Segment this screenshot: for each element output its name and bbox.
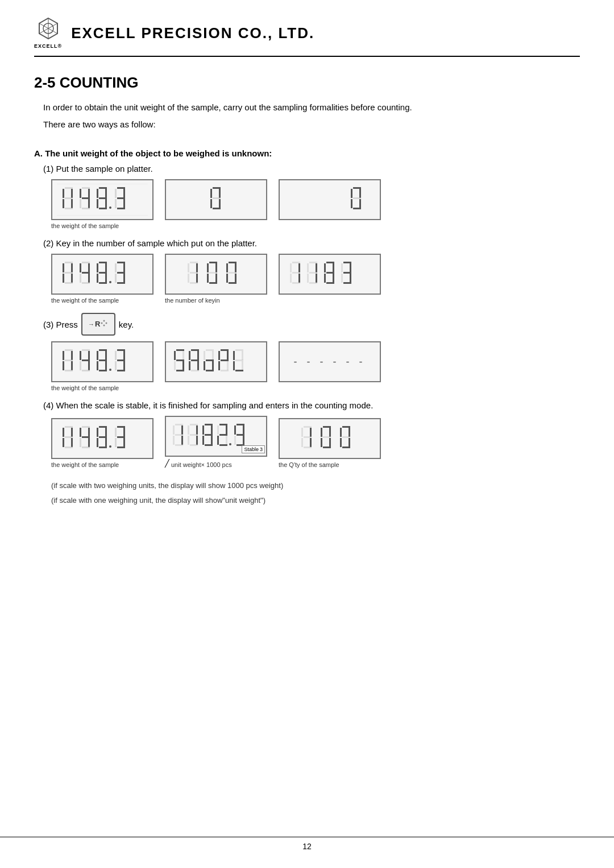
svg-rect-87 bbox=[207, 263, 209, 272]
svg-text:→: → bbox=[88, 321, 94, 328]
svg-rect-207 bbox=[88, 428, 90, 437]
svg-rect-83 bbox=[188, 274, 189, 283]
svg-rect-51 bbox=[63, 263, 64, 272]
svg-rect-232 bbox=[181, 436, 183, 445]
svg-rect-263 bbox=[304, 426, 312, 428]
step2-display2-svg bbox=[171, 258, 262, 290]
svg-rect-30 bbox=[117, 197, 125, 199]
svg-rect-81 bbox=[196, 263, 198, 272]
svg-rect-257 bbox=[234, 425, 236, 435]
step1-displays: the weight of the sample bbox=[51, 179, 580, 229]
svg-rect-117 bbox=[326, 272, 334, 274]
svg-rect-86 bbox=[209, 262, 217, 263]
svg-rect-230 bbox=[175, 434, 183, 436]
svg-rect-225 bbox=[123, 438, 125, 447]
step1-display2-svg bbox=[171, 184, 262, 216]
svg-rect-32 bbox=[123, 199, 125, 208]
svg-rect-82 bbox=[190, 272, 198, 274]
svg-rect-199 bbox=[63, 428, 64, 437]
svg-rect-58 bbox=[80, 263, 81, 272]
svg-rect-121 bbox=[343, 262, 351, 263]
svg-rect-161 bbox=[123, 361, 125, 370]
svg-rect-31 bbox=[115, 199, 117, 208]
step3-display2-svg bbox=[171, 346, 262, 378]
svg-rect-166 bbox=[176, 359, 184, 361]
svg-rect-136 bbox=[71, 351, 73, 360]
svg-rect-84 bbox=[196, 274, 198, 283]
svg-rect-202 bbox=[63, 438, 64, 447]
svg-rect-278 bbox=[340, 428, 342, 437]
svg-rect-140 bbox=[65, 370, 73, 371]
svg-rect-172 bbox=[197, 351, 199, 360]
step3-display1-box bbox=[51, 341, 154, 382]
svg-rect-204 bbox=[65, 447, 73, 448]
svg-rect-244 bbox=[205, 434, 213, 436]
svg-rect-9 bbox=[63, 199, 64, 208]
svg-rect-23 bbox=[97, 199, 98, 208]
svg-rect-186 bbox=[227, 351, 229, 360]
svg-rect-77 bbox=[123, 274, 125, 283]
logo-text: EXCELL® bbox=[34, 43, 62, 49]
svg-rect-13 bbox=[80, 189, 81, 198]
svg-rect-240 bbox=[190, 444, 198, 446]
svg-rect-200 bbox=[71, 428, 73, 437]
svg-rect-219 bbox=[109, 445, 111, 448]
svg-rect-141 bbox=[82, 349, 90, 351]
svg-rect-151 bbox=[99, 359, 107, 361]
svg-rect-258 bbox=[243, 425, 244, 435]
svg-rect-25 bbox=[99, 208, 107, 209]
step2-display3-svg bbox=[284, 258, 375, 290]
svg-rect-248 bbox=[219, 424, 227, 425]
svg-rect-138 bbox=[63, 361, 64, 370]
svg-rect-120 bbox=[326, 282, 334, 284]
svg-rect-233 bbox=[175, 444, 183, 446]
svg-rect-111 bbox=[307, 274, 309, 283]
svg-rect-12 bbox=[82, 187, 90, 189]
svg-rect-127 bbox=[343, 282, 351, 284]
svg-rect-123 bbox=[350, 263, 351, 272]
step4-display3-label: the Q'ty of the sample bbox=[279, 461, 339, 468]
svg-rect-279 bbox=[349, 428, 350, 437]
step1-display3-svg bbox=[284, 184, 375, 216]
svg-rect-209 bbox=[80, 438, 81, 447]
svg-rect-40 bbox=[210, 199, 212, 208]
svg-rect-10 bbox=[71, 199, 73, 208]
svg-rect-116 bbox=[333, 263, 334, 272]
svg-rect-15 bbox=[82, 197, 90, 199]
svg-rect-182 bbox=[212, 361, 214, 370]
svg-rect-268 bbox=[310, 438, 312, 447]
step4-display3-box bbox=[279, 418, 381, 459]
intro-text-2: There are two ways as follow: bbox=[43, 118, 580, 131]
svg-rect-93 bbox=[229, 262, 237, 263]
svg-rect-264 bbox=[301, 428, 303, 437]
svg-rect-164 bbox=[174, 351, 176, 360]
stable-num: 3 bbox=[260, 447, 263, 452]
svg-rect-89 bbox=[209, 272, 217, 274]
svg-rect-256 bbox=[237, 424, 244, 425]
page: EXCELL® EXCELL PRECISION CO., LTD. 2-5 C… bbox=[0, 0, 614, 868]
svg-rect-14 bbox=[88, 189, 90, 198]
svg-rect-175 bbox=[197, 361, 199, 370]
step4-display1-box bbox=[51, 418, 154, 459]
svg-rect-271 bbox=[321, 428, 322, 437]
svg-rect-203 bbox=[71, 438, 73, 447]
step2-display2-box bbox=[165, 254, 267, 295]
svg-rect-16 bbox=[80, 199, 81, 208]
svg-rect-180 bbox=[206, 359, 214, 361]
svg-rect-206 bbox=[80, 428, 81, 437]
svg-rect-110 bbox=[309, 272, 317, 274]
svg-rect-36 bbox=[213, 187, 221, 189]
svg-rect-112 bbox=[316, 274, 317, 283]
step2-display1-svg bbox=[57, 258, 148, 290]
svg-rect-139 bbox=[71, 361, 73, 370]
step1-display1-label: the weight of the sample bbox=[51, 222, 119, 229]
svg-rect-134 bbox=[65, 349, 73, 351]
svg-rect-152 bbox=[97, 361, 98, 370]
step4-display1-svg bbox=[57, 423, 148, 454]
svg-rect-205 bbox=[82, 426, 90, 428]
svg-rect-229 bbox=[181, 425, 183, 435]
svg-rect-190 bbox=[221, 370, 229, 371]
svg-rect-269 bbox=[304, 447, 312, 448]
svg-rect-66 bbox=[105, 263, 107, 272]
svg-rect-113 bbox=[309, 282, 317, 284]
